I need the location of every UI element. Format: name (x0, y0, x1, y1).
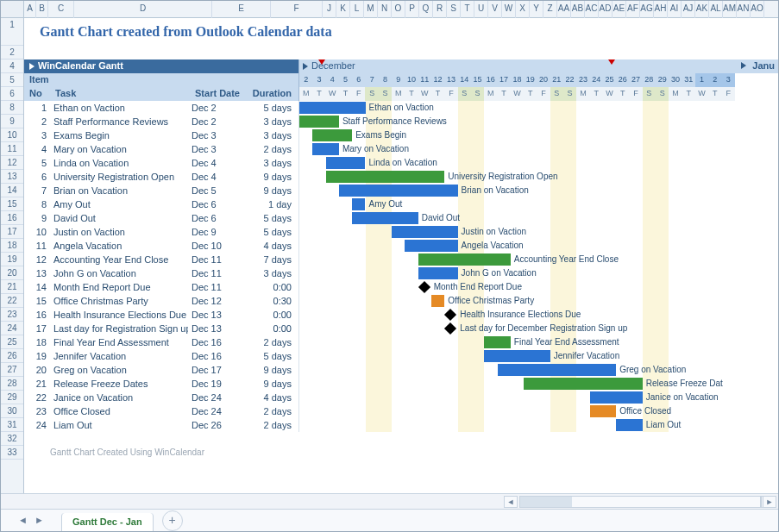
column-header[interactable]: M (364, 1, 378, 18)
gantt-bar[interactable] (326, 157, 366, 169)
row-header[interactable]: 23 (1, 308, 23, 322)
gantt-bar[interactable] (312, 143, 339, 155)
task-row[interactable]: 17Last day for Registration Sign upDec 1… (24, 322, 778, 335)
row-header[interactable]: 4 (1, 59, 23, 73)
column-header[interactable]: O (392, 1, 405, 18)
row-header[interactable]: 14 (1, 184, 23, 197)
column-header[interactable]: AI (668, 1, 682, 18)
column-header[interactable]: AK (695, 1, 709, 18)
row-header[interactable]: 2 (1, 46, 23, 59)
task-row[interactable]: 18Final Year End AssessmentDec 162 daysF… (24, 335, 778, 349)
add-sheet-button[interactable]: + (162, 510, 183, 531)
gantt-bar[interactable] (418, 267, 458, 279)
column-header[interactable]: R (433, 1, 447, 18)
row-header[interactable]: 11 (1, 142, 23, 156)
row-header[interactable]: 22 (1, 294, 23, 308)
row-header[interactable]: 29 (1, 391, 23, 404)
gantt-bar[interactable] (498, 364, 617, 376)
gantt-bar[interactable] (484, 350, 550, 362)
task-row[interactable]: 8Amy OutDec 61 dayAmy Out (24, 197, 778, 211)
column-header[interactable]: AD (599, 1, 613, 18)
row-header[interactable]: 28 (1, 377, 23, 391)
column-header[interactable]: P (405, 1, 419, 18)
scrollbar-track[interactable] (519, 496, 761, 508)
row-header[interactable]: 17 (1, 225, 23, 239)
gantt-bar[interactable] (299, 102, 366, 114)
column-header[interactable]: AM (723, 1, 737, 18)
row-header[interactable]: 24 (1, 322, 23, 335)
row-header[interactable]: 21 (1, 280, 23, 294)
row-header[interactable]: 25 (1, 335, 23, 349)
task-row[interactable]: 22Janice on VacationDec 244 daysJanice o… (24, 391, 778, 404)
column-header[interactable]: S (447, 1, 461, 18)
row-header[interactable]: 16 (1, 211, 23, 225)
task-row[interactable]: 6University Registration OpenDec 49 days… (24, 170, 778, 184)
task-row[interactable]: 9David OutDec 65 daysDavid Out (24, 211, 778, 225)
column-header[interactable]: N (378, 1, 392, 18)
tab-first-icon[interactable]: ◄ (18, 515, 28, 526)
column-header[interactable]: D (74, 1, 212, 18)
row-header[interactable]: 31 (1, 418, 23, 432)
column-header[interactable]: AF (626, 1, 640, 18)
sheet-tab-active[interactable]: Gantt Dec - Jan (61, 513, 154, 532)
tab-last-icon[interactable]: ► (35, 515, 44, 526)
row-header[interactable]: 15 (1, 197, 23, 211)
column-header[interactable]: AA (557, 1, 571, 18)
col-header-no[interactable]: No (24, 87, 50, 101)
gantt-bar[interactable] (616, 419, 643, 431)
column-header[interactable]: J (323, 1, 336, 18)
column-header[interactable]: W (502, 1, 516, 18)
gantt-bar[interactable] (418, 253, 511, 266)
column-header[interactable]: L (350, 1, 364, 18)
column-header[interactable]: AL (709, 1, 723, 18)
gantt-bar[interactable] (524, 378, 643, 390)
column-header[interactable]: F (271, 1, 323, 18)
col-header-start[interactable]: Start Date (188, 87, 247, 101)
column-header[interactable]: AG (640, 1, 654, 18)
col-header-task[interactable]: Task (50, 87, 188, 101)
row-header[interactable]: 18 (1, 239, 23, 253)
gantt-bar[interactable] (352, 212, 418, 224)
gantt-bar[interactable] (339, 185, 458, 197)
column-header[interactable]: T (461, 1, 474, 18)
task-row[interactable]: 20Greg on VacationDec 179 daysGreg on Va… (24, 363, 778, 377)
column-header[interactable]: E (212, 1, 271, 18)
row-header[interactable]: 6 (1, 87, 23, 101)
task-row[interactable]: 14Month End Report DueDec 110:00Month En… (24, 280, 778, 294)
gantt-bar[interactable] (590, 391, 643, 404)
col-header-duration[interactable]: Duration (247, 87, 298, 101)
gantt-bar[interactable] (326, 171, 445, 183)
row-header[interactable]: 27 (1, 363, 23, 377)
task-row[interactable]: 4Mary on VacationDec 32 daysMary on Vaca… (24, 142, 778, 156)
row-header[interactable]: 32 (1, 432, 23, 446)
column-header[interactable]: U (474, 1, 488, 18)
task-row[interactable]: 19Jennifer VacationDec 165 daysJennifer … (24, 349, 778, 363)
task-row[interactable]: 23Office ClosedDec 242 daysOffice Closed (24, 404, 778, 418)
tab-nav-buttons[interactable]: ◄ ► (1, 510, 61, 532)
column-header[interactable]: AJ (682, 1, 695, 18)
row-header[interactable]: 13 (1, 170, 23, 184)
column-header[interactable]: Z (543, 1, 557, 18)
row-header[interactable]: 33 (1, 446, 23, 460)
row-header[interactable]: 5 (1, 73, 23, 87)
column-header[interactable]: Q (419, 1, 433, 18)
scroll-left-button[interactable]: ◄ (504, 496, 518, 508)
gantt-bar[interactable] (484, 336, 511, 348)
gantt-bar[interactable] (405, 240, 457, 252)
gantt-bar[interactable] (312, 129, 352, 141)
task-row[interactable]: 7Brian on VacationDec 59 daysBrian on Va… (24, 184, 778, 197)
row-header[interactable]: 20 (1, 266, 23, 280)
spreadsheet-grid[interactable]: Gantt Chart created from Outlook Calenda… (24, 18, 778, 493)
scroll-right-button[interactable]: ► (763, 496, 776, 508)
gantt-bar[interactable] (392, 226, 458, 238)
task-row[interactable]: 13John G on VacationDec 113 daysJohn G o… (24, 266, 778, 280)
row-header[interactable]: 1 (1, 18, 23, 46)
column-header[interactable]: Y (530, 1, 543, 18)
row-header[interactable]: 19 (1, 253, 23, 266)
task-row[interactable]: 16Health Insurance Elections DueDec 130:… (24, 308, 778, 322)
gantt-bar[interactable] (431, 295, 444, 307)
column-header[interactable]: X (516, 1, 530, 18)
select-all-corner[interactable] (1, 1, 24, 18)
task-row[interactable]: 11Angela VacationDec 104 daysAngela Vaca… (24, 239, 778, 253)
column-header[interactable]: A (24, 1, 36, 18)
